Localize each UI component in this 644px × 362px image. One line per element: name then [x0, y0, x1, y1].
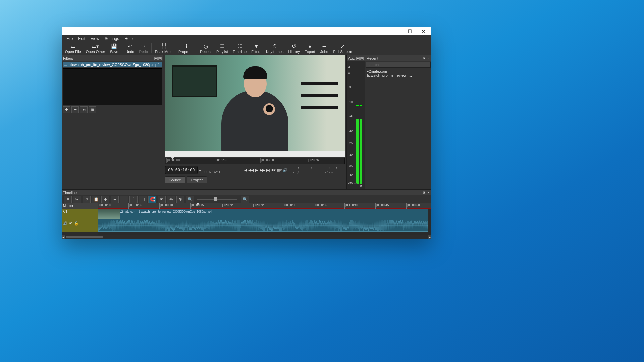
tl-snap-button[interactable]: 🧲 [148, 196, 156, 203]
filters-list[interactable] [63, 68, 162, 105]
panel-close-icon[interactable]: ✕ [360, 57, 364, 60]
properties-button[interactable]: ℹProperties [176, 43, 198, 54]
preview-scrub-bar[interactable]: |00:00:00|00:01:60|00:03:60|00:05:60 [165, 158, 345, 164]
open-file-label: Open File [65, 50, 81, 54]
tl-split-button[interactable]: ◫ [139, 196, 147, 203]
timeline-tracks[interactable]: |00:00:00|00:00:05|00:00:10|00:00:15|00:… [98, 203, 431, 235]
peak-meter-button[interactable]: ╿╿Peak Meter [153, 43, 176, 54]
tab-project[interactable]: Project [187, 176, 207, 183]
export-label: Export [305, 50, 315, 54]
meter-label: 3 [348, 65, 350, 68]
timeline-hscroll[interactable]: ◀ ▶ [62, 235, 431, 239]
skip-next-button[interactable]: ▶| [266, 167, 270, 173]
panel-dock-icon[interactable]: ▣ [154, 57, 158, 60]
panel-dock-icon[interactable]: ▣ [423, 57, 426, 60]
v1-track-header[interactable]: V1 🔊 👁 🔓 [62, 209, 98, 232]
redo-button[interactable]: ↷Redo [137, 43, 150, 54]
menu-help[interactable]: Help [122, 36, 136, 42]
properties-label: Properties [178, 50, 195, 54]
keyframes-icon: ⏱ [272, 43, 277, 49]
filters-panel: Filters ▣✕ ... - ticwatch_pro_lte_review… [62, 55, 163, 189]
save-icon: 💾 [111, 43, 117, 49]
recent-search-input[interactable] [366, 62, 431, 68]
tl-scrub-button[interactable]: 👁 [158, 196, 166, 203]
meter-label: -5 [348, 85, 351, 88]
filter-remove-button[interactable]: ━ [71, 106, 79, 113]
tl-cut-button[interactable]: ✂ [73, 196, 81, 203]
panel-dock-icon[interactable]: ▣ [423, 191, 426, 194]
ruler-mark: |00:00:40 [344, 203, 358, 209]
fastfwd-button[interactable]: ▶▶ [260, 167, 265, 173]
playlist-button[interactable]: ☰Playlist [214, 43, 230, 54]
recent-button[interactable]: ◷Recent [198, 43, 214, 54]
filters-button[interactable]: ▼Filters [249, 43, 264, 54]
timeline-button[interactable]: ☷Timeline [230, 43, 249, 54]
zoom-slider[interactable] [197, 199, 237, 200]
tl-copy-button[interactable]: ⎘ [83, 196, 91, 203]
tl-menu-button[interactable]: ≡ [64, 196, 72, 203]
open-other-button[interactable]: ▭▾Open Other [84, 43, 107, 54]
menu-settings[interactable]: Settings [102, 36, 122, 42]
history-icon: ↺ [292, 43, 296, 49]
window-minimize[interactable]: — [390, 27, 403, 35]
panel-close-icon[interactable]: ✕ [158, 57, 162, 60]
tab-source[interactable]: Source [165, 176, 185, 183]
timecode-current[interactable]: 00:00:16:09 [165, 166, 198, 174]
tl-paste-button[interactable]: 📋 [92, 196, 100, 203]
volume-button[interactable]: 🔊 [283, 167, 287, 173]
tl-delete-button[interactable]: ━ [111, 196, 119, 203]
save-button[interactable]: 💾Save [107, 43, 121, 54]
grid-button[interactable]: ▦▾ [277, 167, 282, 173]
filter-copy-button[interactable]: ⎘ [80, 106, 88, 113]
master-track-header[interactable]: Master [62, 203, 98, 209]
history-label: History [288, 50, 300, 54]
jobs-button[interactable]: ≣Jobs [318, 43, 331, 54]
panel-close-icon[interactable]: ✕ [427, 191, 430, 194]
filter-paste-button[interactable]: 🗑 [89, 106, 96, 113]
window-maximize[interactable]: ☐ [403, 27, 417, 35]
tl-lift-button[interactable]: ˄ [120, 196, 128, 203]
rewind-button[interactable]: ◀◀ [248, 167, 254, 173]
tl-over-button[interactable]: ˅ [129, 196, 138, 203]
play-button[interactable]: ▶ [254, 167, 259, 173]
tl-append-button[interactable]: ✚ [101, 196, 109, 203]
window-close[interactable]: ✕ [417, 27, 430, 35]
panel-dock-icon[interactable]: ▣ [356, 57, 360, 60]
track-mute-icon[interactable]: 🔊 [63, 221, 68, 226]
filter-add-button[interactable]: ✚ [63, 106, 70, 113]
tl-rippleall-button[interactable]: ❋ [176, 196, 184, 203]
recent-panel: Recent ▣✕ y2mate.com - ticwatch_pro_lte_… [365, 55, 431, 189]
keyframes-button[interactable]: ⏱Keyframes [264, 43, 286, 54]
export-button[interactable]: ●Export [302, 43, 318, 54]
scroll-right-icon[interactable]: ▶ [428, 235, 431, 239]
menu-view[interactable]: View [88, 36, 102, 42]
app-window: — ☐ ✕ File Edit View Settings Help ▭Open… [62, 27, 431, 239]
menu-file[interactable]: File [64, 36, 75, 42]
track-name-label: V1 [63, 210, 67, 214]
full-screen-button[interactable]: ⤢Full Screen [331, 43, 355, 54]
timeline-title-label: Timeline [63, 191, 77, 195]
skip-prev-button[interactable]: |◀ [243, 167, 248, 173]
panel-close-icon[interactable]: ✕ [427, 57, 430, 60]
tl-ripple-button[interactable]: ◎ [167, 196, 175, 203]
timeline-ruler[interactable]: |00:00:00|00:00:05|00:00:10|00:00:15|00:… [98, 203, 431, 209]
audio-meter: L R 30-5-10-15-20-25-30-35-40-50 [347, 62, 364, 188]
timeline-clip[interactable]: y2mate.com - ticwatch_pro_lte_review_GO0… [98, 209, 428, 232]
recent-item[interactable]: y2mate.com - ticwatch_pro_lte_review_… [365, 68, 431, 78]
timeline-playhead[interactable] [198, 203, 198, 235]
track-lock-icon[interactable]: 🔓 [74, 221, 79, 226]
scroll-thumb[interactable] [66, 236, 103, 238]
tl-zoomin-button[interactable]: 🔍 [241, 196, 249, 203]
history-button[interactable]: ↺History [286, 43, 302, 54]
stop-button[interactable]: ■▾ [271, 167, 276, 173]
filters-source-name[interactable]: ... - ticwatch_pro_lte_review_GO0SGOwnZg… [63, 62, 162, 67]
tl-zoomout-button[interactable]: 🔍 [186, 196, 194, 203]
open-file-button[interactable]: ▭Open File [63, 43, 84, 54]
undo-button[interactable]: ↶Undo [123, 43, 137, 54]
preview-video[interactable] [165, 55, 345, 157]
scroll-left-icon[interactable]: ◀ [62, 235, 65, 239]
timeline-toolbar: ≡✂⎘📋✚━˄˅◫🧲👁◎❋🔍🔍 [62, 195, 431, 203]
timeline-title: Timeline ▣✕ [62, 190, 431, 195]
menu-edit[interactable]: Edit [75, 36, 88, 42]
track-hide-icon[interactable]: 👁 [69, 221, 73, 226]
